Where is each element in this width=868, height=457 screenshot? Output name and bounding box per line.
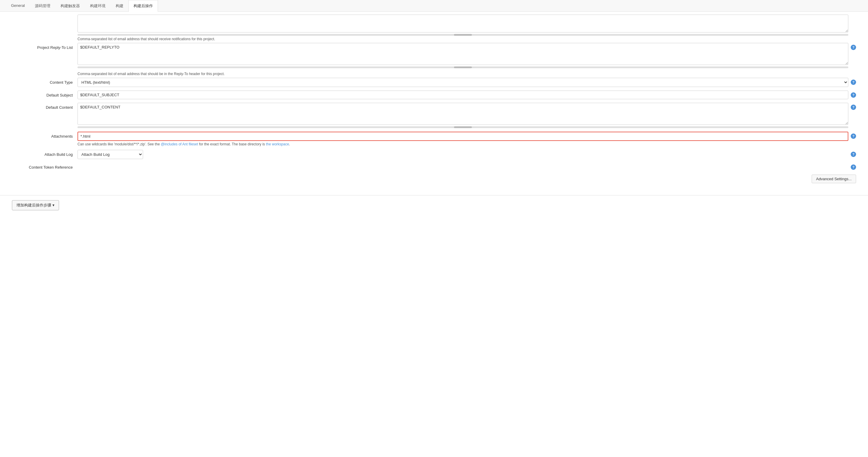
attach-desc-middle: for the exact format. The base directory… <box>198 142 266 146</box>
reply-to-help-icon[interactable]: ? <box>851 45 856 50</box>
tab-env[interactable]: 构建环境 <box>85 0 111 11</box>
bottom-bar: 增加构建后操作步骤 ▾ <box>0 195 868 215</box>
content-type-wrap: HTML (text/html) Plain Text (text/plain) <box>78 78 848 87</box>
content-type-select[interactable]: HTML (text/html) Plain Text (text/plain) <box>78 78 848 87</box>
top-textarea-row: ? <box>12 14 856 36</box>
attach-build-log-select[interactable]: Attach Build Log No Compress Log <box>78 150 143 159</box>
reply-to-wrap <box>78 43 848 68</box>
reply-to-textarea[interactable] <box>78 43 848 65</box>
attachments-help-icon[interactable]: ? <box>851 133 856 139</box>
default-content-label: Default Content <box>12 103 78 110</box>
content-token-label: Content Token Reference <box>12 163 78 169</box>
top-textarea-label <box>12 14 78 17</box>
default-content-wrap <box>78 103 848 128</box>
top-textarea-wrap <box>78 14 848 36</box>
content-token-help-icon[interactable]: ? <box>851 164 856 170</box>
workspace-link[interactable]: the workspace <box>266 142 289 146</box>
default-content-textarea[interactable] <box>78 103 848 125</box>
content-token-row: Content Token Reference ? <box>12 163 856 170</box>
advanced-btn-row: Advanced Settings... <box>12 174 856 183</box>
attach-build-log-wrap: Attach Build Log No Compress Log <box>78 150 848 159</box>
content-type-row: Content Type HTML (text/html) Plain Text… <box>12 78 856 87</box>
content-type-label: Content Type <box>12 78 78 85</box>
tab-source[interactable]: 源码管理 <box>30 0 56 11</box>
top-textarea[interactable] <box>78 14 848 32</box>
default-content-row: Default Content ? <box>12 103 856 128</box>
page-container: General 源码管理 构建触发器 构建环境 构建 构建后操作 ? Comma… <box>0 0 868 457</box>
content-area: ? Comma-separated list of email address … <box>0 14 868 189</box>
default-subject-wrap <box>78 91 848 99</box>
reply-to-row: Project Reply-To List ? <box>12 43 856 68</box>
content-type-help-icon[interactable]: ? <box>851 79 856 85</box>
tab-triggers[interactable]: 构建触发器 <box>56 0 85 11</box>
reply-to-desc: Comma-separated list of email address th… <box>78 37 856 41</box>
reply-to-label: Project Reply-To List <box>12 43 78 50</box>
default-subject-row: Default Subject ? <box>12 91 856 99</box>
attachments-label: Attachments <box>12 132 78 138</box>
default-subject-help-icon[interactable]: ? <box>851 92 856 98</box>
attachments-input[interactable] <box>78 132 848 141</box>
reply-to-header-desc: Comma-separated list of email address th… <box>78 72 856 76</box>
attach-build-log-row: Attach Build Log Attach Build Log No Com… <box>12 150 856 159</box>
tab-bar: General 源码管理 构建触发器 构建环境 构建 构建后操作 <box>0 0 868 11</box>
attachments-row: Attachments Can use wildcards like 'modu… <box>12 132 856 146</box>
attach-desc-suffix: . <box>289 142 290 146</box>
default-content-help-icon[interactable]: ? <box>851 104 856 110</box>
advanced-settings-button[interactable]: Advanced Settings... <box>812 174 856 183</box>
attach-desc-prefix: Can use wildcards like 'module/dist/**/*… <box>78 142 161 146</box>
ant-fileset-link[interactable]: @includes of Ant fileset <box>161 142 198 146</box>
add-step-button[interactable]: 增加构建后操作步骤 ▾ <box>12 200 59 210</box>
default-subject-label: Default Subject <box>12 91 78 97</box>
attach-build-log-label: Attach Build Log <box>12 150 78 157</box>
tab-build[interactable]: 构建 <box>111 0 128 11</box>
attachments-wrap: Can use wildcards like 'module/dist/**/*… <box>78 132 848 146</box>
tab-general[interactable]: General <box>6 0 30 11</box>
default-subject-input[interactable] <box>78 91 848 99</box>
attach-build-log-help-icon[interactable]: ? <box>851 152 856 157</box>
attachments-description: Can use wildcards like 'module/dist/**/*… <box>78 142 848 146</box>
tab-post-build[interactable]: 构建后操作 <box>128 0 158 11</box>
